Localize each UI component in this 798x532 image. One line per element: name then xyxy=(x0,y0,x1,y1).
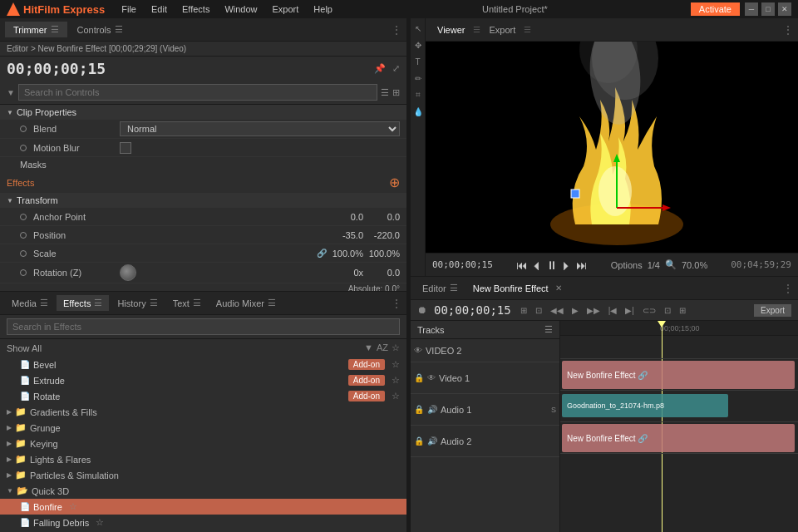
new-bonfire-tab[interactable]: New Bonfire Effect ✕ xyxy=(466,281,569,296)
grunge-category[interactable]: ▶ 📁 Grunge xyxy=(0,420,406,436)
rotation-x[interactable]: 0x xyxy=(330,268,363,278)
bonfire-star[interactable]: ☆ xyxy=(69,501,77,512)
last-frame-button[interactable]: ⏭ xyxy=(576,259,588,272)
motion-blur-checkbox[interactable] xyxy=(120,142,131,154)
editor-ctrl-3[interactable]: ◀◀ xyxy=(548,305,566,316)
video1-lock-icon[interactable]: 🔒 xyxy=(414,373,424,382)
activate-button[interactable]: Activate xyxy=(691,2,740,16)
clip-properties-header[interactable]: ▼ Clip Properties xyxy=(0,105,406,120)
viewer-panel-menu[interactable]: ⋮ xyxy=(783,24,793,36)
prev-frame-button[interactable]: ⏴ xyxy=(531,259,543,272)
effects-row[interactable]: Effects ⊕ xyxy=(0,172,406,193)
audio1-solo[interactable]: S xyxy=(551,406,556,414)
zoom-icon[interactable]: 🔍 xyxy=(665,259,677,270)
options-button[interactable]: Options xyxy=(611,260,643,270)
editor-panel-menu[interactable]: ⋮ xyxy=(783,283,793,294)
editor-ctrl-5[interactable]: ▶▶ xyxy=(584,305,603,316)
menu-window[interactable]: Window xyxy=(218,0,264,18)
viewer-timecode-start[interactable]: 00;00;00;15 xyxy=(432,259,493,270)
scale-y[interactable]: 100.0% xyxy=(367,249,400,259)
editor-ctrl-10[interactable]: ⊞ xyxy=(677,305,688,316)
pin-icon[interactable]: 📌 xyxy=(374,63,386,74)
zoom-label[interactable]: 70.0% xyxy=(682,260,707,270)
star-filter-icon[interactable]: ☆ xyxy=(392,342,400,353)
editor-export-button[interactable]: Export xyxy=(754,304,791,317)
audio2-lock-icon[interactable]: 🔒 xyxy=(414,436,424,446)
blend-select[interactable]: Normal xyxy=(120,121,400,136)
audio1-mute-icon[interactable]: 🔊 xyxy=(427,405,437,414)
text-tab[interactable]: Text ☰ xyxy=(166,295,208,311)
bevel-star[interactable]: ☆ xyxy=(392,359,400,370)
pen-tool[interactable]: ✏ xyxy=(411,71,425,85)
controls-tab[interactable]: Controls ☰ xyxy=(69,22,131,37)
timecode-display[interactable]: 00;00;00;15 xyxy=(7,60,106,77)
effects-add-icon[interactable]: ⊕ xyxy=(389,175,400,190)
editor-ctrl-4[interactable]: ▶ xyxy=(569,305,581,316)
rotate-add-button[interactable]: Add-on xyxy=(348,391,385,401)
falling-debris-item[interactable]: 📄 Falling Debris ☆ xyxy=(0,515,406,530)
media-tab[interactable]: Media ☰ xyxy=(5,295,55,311)
eye-dropper-tool[interactable]: 💧 xyxy=(411,105,425,118)
search-input[interactable] xyxy=(18,84,377,101)
export-tab[interactable]: Export xyxy=(482,22,522,37)
video2-eye-icon[interactable]: 👁 xyxy=(414,346,422,355)
sort-alpha-icon[interactable]: AZ xyxy=(377,342,388,353)
rotate-item[interactable]: 📄 Rotate Add-on ☆ xyxy=(0,388,406,404)
close-button[interactable]: ✕ xyxy=(778,2,791,16)
list-view-icon[interactable]: ☰ xyxy=(381,87,389,98)
bevel-add-button[interactable]: Add-on xyxy=(348,359,385,370)
history-tab[interactable]: History ☰ xyxy=(111,295,164,311)
anchor-y[interactable]: 0.0 xyxy=(367,212,400,222)
menu-export[interactable]: Export xyxy=(266,0,306,18)
effects-panel-menu[interactable]: ⋮ xyxy=(392,298,401,309)
next-frame-button[interactable]: ⏵ xyxy=(561,259,573,272)
pointer-tool[interactable]: ↖ xyxy=(411,22,425,35)
audio1-lock-icon[interactable]: 🔒 xyxy=(414,405,424,414)
rotation-y[interactable]: 0.0 xyxy=(367,268,400,278)
position-x[interactable]: -35.0 xyxy=(330,230,363,240)
video1-clip[interactable]: New Bonfire Effect 🔗 xyxy=(562,361,795,389)
text-tool[interactable]: T xyxy=(411,55,425,68)
rotate-star[interactable]: ☆ xyxy=(392,391,400,401)
quick3d-category[interactable]: ▼ 📂 Quick 3D xyxy=(0,483,406,499)
editor-main-tab[interactable]: Editor ☰ xyxy=(416,280,465,296)
effects-tab[interactable]: Effects ☰ xyxy=(57,295,109,311)
lights-flares-category[interactable]: ▶ 📁 Lights & Flares xyxy=(0,451,406,467)
panel-menu-icon[interactable]: ⋮ xyxy=(392,24,401,36)
transform-header[interactable]: ▼ Transform xyxy=(0,193,406,208)
anchor-x[interactable]: 0.0 xyxy=(330,212,363,222)
editor-ctrl-1[interactable]: ⊞ xyxy=(518,305,530,316)
restore-button[interactable]: □ xyxy=(761,2,775,16)
menu-help[interactable]: Help xyxy=(307,0,339,18)
play-pause-button[interactable]: ⏸ xyxy=(546,259,558,272)
editor-ctrl-7[interactable]: ▶| xyxy=(623,305,637,316)
keying-category[interactable]: ▶ 📁 Keying xyxy=(0,436,406,451)
fraction-label[interactable]: 1/4 xyxy=(648,260,660,270)
position-y[interactable]: -220.0 xyxy=(367,230,400,240)
move-tool[interactable]: ✥ xyxy=(411,38,425,52)
bonfire-item[interactable]: 📄 Bonfire ☆ xyxy=(0,499,406,515)
first-frame-button[interactable]: ⏮ xyxy=(516,259,528,272)
minimize-button[interactable]: ─ xyxy=(745,2,758,16)
editor-ctrl-9[interactable]: ⊡ xyxy=(662,305,673,316)
editor-ctrl-6[interactable]: |◀ xyxy=(606,305,620,316)
extrude-add-button[interactable]: Add-on xyxy=(348,375,385,386)
sort-down-icon[interactable]: ▼ xyxy=(364,342,373,353)
extrude-star[interactable]: ☆ xyxy=(392,375,400,386)
crop-tool[interactable]: ⌗ xyxy=(411,88,425,101)
audio2-clip[interactable]: New Bonfire Effect 🔗 xyxy=(562,424,795,452)
expand-icon[interactable]: ⤢ xyxy=(392,63,400,74)
editor-timecode[interactable]: 00;00;00;15 xyxy=(434,303,511,317)
tracks-menu-icon[interactable]: ☰ xyxy=(544,324,553,335)
video1-eye-icon[interactable]: 👁 xyxy=(427,373,436,382)
audio-mixer-tab[interactable]: Audio Mixer ☰ xyxy=(209,295,283,311)
extrude-item[interactable]: 📄 Extrude Add-on ☆ xyxy=(0,372,406,388)
falling-debris-star[interactable]: ☆ xyxy=(96,517,104,528)
editor-ctrl-8[interactable]: ⊂⊃ xyxy=(640,305,658,316)
viewer-tab[interactable]: Viewer xyxy=(431,22,471,37)
effects-search-input[interactable] xyxy=(7,318,400,335)
menu-file[interactable]: File xyxy=(115,0,143,18)
close-tab-button[interactable]: ✕ xyxy=(555,283,562,293)
audio2-mute-icon[interactable]: 🔊 xyxy=(427,436,437,446)
particles-simulation-category[interactable]: ▶ 📁 Particles & Simulation xyxy=(0,467,406,483)
